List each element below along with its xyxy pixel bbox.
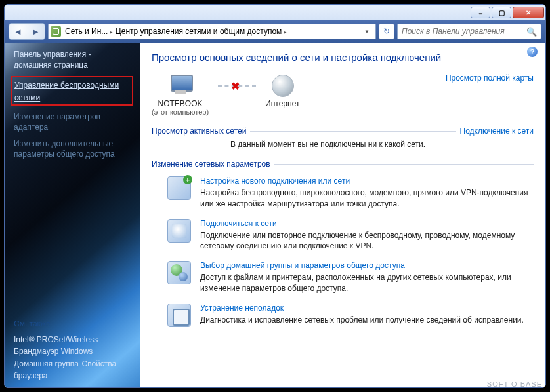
search-input[interactable] bbox=[402, 27, 526, 36]
active-networks-label: Просмотр активных сетей bbox=[152, 127, 246, 136]
connect-network-icon bbox=[167, 219, 191, 243]
change-settings-label: Изменение сетевых параметров bbox=[152, 159, 270, 168]
new-connection-link[interactable]: Настройка нового подключения или сети bbox=[200, 176, 534, 186]
forward-button[interactable]: ► bbox=[27, 24, 45, 39]
sidebar-firewall[interactable]: Брандмауэр Windows bbox=[14, 347, 93, 356]
address-bar[interactable]: Сеть и Ин... Центр управления сетями и о… bbox=[48, 24, 376, 39]
refresh-button[interactable]: ↻ bbox=[379, 24, 394, 39]
troubleshoot-icon bbox=[167, 304, 191, 327]
sidebar-wireless[interactable]: Управление беспроводными сетями bbox=[14, 81, 119, 102]
connection-line: ✖ bbox=[218, 85, 256, 87]
computer-sub: (этот компьютер) bbox=[152, 108, 209, 116]
control-panel-window: ◄ ► Сеть и Ин... Центр управления сетями… bbox=[4, 4, 546, 388]
minimize-button[interactable] bbox=[471, 7, 490, 18]
computer-name: NOTEBOOK bbox=[152, 99, 209, 108]
help-icon[interactable]: ? bbox=[527, 47, 538, 57]
internet-icon bbox=[267, 73, 297, 97]
connect-network-link[interactable]: Подключиться к сети bbox=[200, 219, 534, 228]
divider bbox=[250, 131, 455, 132]
network-center-icon bbox=[51, 26, 61, 37]
new-connection-icon bbox=[167, 176, 191, 200]
computer-icon bbox=[165, 73, 196, 97]
address-dropdown[interactable]: ▼ bbox=[360, 29, 373, 35]
back-button[interactable]: ◄ bbox=[9, 24, 27, 39]
troubleshoot-link[interactable]: Устранение неполадок bbox=[200, 304, 534, 313]
watermark: SOFT O BASE bbox=[487, 380, 542, 388]
sidebar-homegroup[interactable]: Домашняя группа bbox=[14, 359, 79, 368]
settings-item-troubleshoot: Устранение неполадок Диагностика и испра… bbox=[167, 304, 534, 327]
full-map-link[interactable]: Просмотр полной карты bbox=[446, 73, 534, 83]
sidebar: Панель управления - домашняя страница Уп… bbox=[5, 43, 140, 387]
connect-link[interactable]: Подключение к сети bbox=[460, 127, 534, 136]
search-icon[interactable]: 🔍 bbox=[526, 27, 537, 37]
homegroup-link[interactable]: Выбор домашней группы и параметров общег… bbox=[200, 261, 534, 270]
troubleshoot-desc: Диагностика и исправление сетевых пробле… bbox=[200, 315, 534, 326]
sidebar-adapter[interactable]: Изменение параметров адаптера bbox=[14, 111, 131, 132]
new-connection-desc: Настройка беспроводного, широкополосного… bbox=[200, 187, 534, 210]
network-map: Просмотр полной карты NOTEBOOK (этот ком… bbox=[152, 73, 534, 116]
breadcrumb-current[interactable]: Центр управления сетями и общим доступом bbox=[114, 27, 288, 36]
highlight-box: Управление беспроводными сетями bbox=[11, 76, 133, 105]
homegroup-icon bbox=[167, 261, 191, 284]
nav-arrows: ◄ ► bbox=[9, 23, 45, 40]
maximize-button[interactable] bbox=[492, 7, 511, 18]
nav-toolbar: ◄ ► Сеть и Ин... Центр управления сетями… bbox=[5, 20, 545, 43]
titlebar bbox=[5, 5, 545, 20]
no-connection-notice: В данный момент вы не подключены ни к ка… bbox=[230, 140, 534, 149]
sidebar-intel[interactable]: Intel® PROSet/Wireless bbox=[14, 335, 98, 344]
divider bbox=[274, 164, 534, 165]
page-title: Просмотр основных сведений о сети и наст… bbox=[152, 52, 534, 63]
node-internet: Интернет bbox=[265, 73, 299, 108]
sidebar-bottom: См. также Intel® PROSet/Wireless Брандма… bbox=[14, 309, 131, 381]
see-also-header: См. также bbox=[14, 319, 131, 328]
breadcrumb-network[interactable]: Сеть и Ин... bbox=[64, 27, 114, 36]
settings-item-new-connection: Настройка нового подключения или сети На… bbox=[167, 176, 534, 210]
internet-label: Интернет bbox=[265, 99, 299, 108]
sidebar-sharing[interactable]: Изменить дополнительные параметры общего… bbox=[14, 138, 131, 159]
homegroup-desc: Доступ к файлам и принтерам, расположенн… bbox=[200, 272, 534, 294]
close-button[interactable] bbox=[513, 7, 544, 18]
settings-item-connect: Подключиться к сети Подключение или повт… bbox=[167, 219, 534, 252]
settings-item-homegroup: Выбор домашней группы и параметров общег… bbox=[167, 261, 534, 294]
active-networks-header: Просмотр активных сетей Подключение к се… bbox=[152, 127, 534, 136]
main-panel: ? Просмотр основных сведений о сети и на… bbox=[140, 43, 545, 387]
search-box[interactable]: 🔍 bbox=[397, 24, 541, 39]
node-computer: NOTEBOOK (этот компьютер) bbox=[152, 73, 209, 116]
connect-network-desc: Подключение или повторное подключение к … bbox=[200, 230, 534, 252]
sidebar-home[interactable]: Панель управления - домашняя страница bbox=[14, 49, 131, 70]
disconnected-icon: ✖ bbox=[231, 80, 243, 92]
content-area: Панель управления - домашняя страница Уп… bbox=[5, 43, 545, 387]
change-settings-header: Изменение сетевых параметров bbox=[152, 159, 534, 168]
